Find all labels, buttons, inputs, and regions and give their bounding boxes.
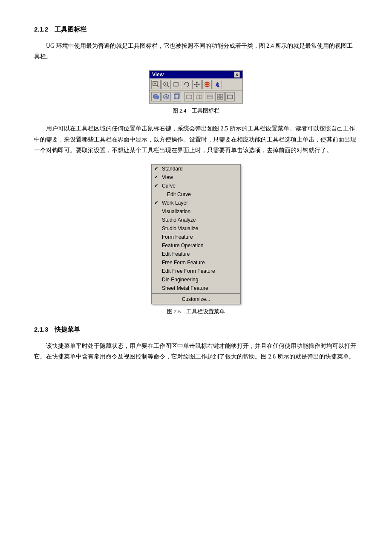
section-213-title: 2.1.3 快捷菜单 bbox=[34, 326, 358, 334]
svg-rect-37 bbox=[217, 97, 219, 99]
svg-point-15 bbox=[205, 82, 210, 87]
view-toolbar-widget: View × bbox=[149, 70, 243, 104]
menu-item-visualization[interactable]: Visualization bbox=[152, 207, 240, 216]
zoom-box-icon[interactable] bbox=[172, 80, 181, 89]
section-212-para2: 用户可以在工具栏区域的任何位置单击鼠标右键，系统会弹出如图 2.5 所示的工具栏… bbox=[34, 123, 358, 156]
menu-item-sheet-metal-feature[interactable]: Sheet Metal Feature bbox=[152, 284, 240, 292]
menu-item-customize[interactable]: Customize... bbox=[152, 295, 240, 304]
context-menu-widget: StandardViewCurveEdit CurveWork LayerVis… bbox=[151, 164, 241, 304]
figure-25: StandardViewCurveEdit CurveWork LayerVis… bbox=[34, 164, 358, 315]
3d-icon-1[interactable] bbox=[151, 92, 161, 101]
pan-icon[interactable] bbox=[192, 80, 202, 89]
view-top-icon[interactable] bbox=[205, 92, 214, 101]
figure-24: View × bbox=[34, 70, 358, 115]
svg-marker-17 bbox=[216, 82, 219, 87]
svg-rect-36 bbox=[220, 94, 222, 96]
section-212-title: 2.1.2 工具图标栏 bbox=[34, 26, 358, 34]
svg-rect-24 bbox=[174, 95, 179, 99]
orient-icon[interactable] bbox=[202, 80, 212, 89]
toolbar-row-1 bbox=[150, 78, 242, 91]
svg-rect-39 bbox=[228, 95, 233, 99]
svg-rect-8 bbox=[174, 83, 178, 86]
menu-item-feature-operation[interactable]: Feature Operation bbox=[152, 241, 240, 250]
menu-item-work-layer[interactable]: Work Layer bbox=[152, 199, 240, 207]
menu-separator bbox=[152, 293, 240, 294]
figure-24-caption: 图 2.4 工具图标栏 bbox=[173, 107, 220, 115]
section-212: 2.1.2 工具图标栏 UG 环境中使用最为普遍的就是工具图标栏，它也被按照不同… bbox=[34, 26, 358, 315]
menu-item-die-engineering[interactable]: Die Engineering bbox=[152, 275, 240, 284]
figure-25-caption: 图 2.5 工具栏设置菜单 bbox=[167, 308, 225, 315]
toolbar-close-button[interactable]: × bbox=[234, 72, 240, 78]
menu-item-edit-curve[interactable]: Edit Curve bbox=[152, 190, 240, 199]
svg-marker-14 bbox=[199, 84, 200, 85]
svg-rect-33 bbox=[207, 95, 212, 99]
menu-item-edit-feature[interactable]: Edit Feature bbox=[152, 250, 240, 258]
rotate-icon[interactable] bbox=[182, 80, 191, 89]
svg-marker-10 bbox=[184, 83, 186, 85]
menu-item-free-form-feature[interactable]: Free Form Feature bbox=[152, 258, 240, 267]
section-213-para1: 该快捷菜单平时处于隐藏状态，用户要在工作图区中单击鼠标右键才能够打开，并且在任何… bbox=[34, 341, 358, 362]
zoom-in-icon[interactable] bbox=[161, 80, 171, 89]
menu-item-curve[interactable]: Curve bbox=[152, 182, 240, 190]
view-full-icon[interactable] bbox=[225, 92, 235, 101]
3d-icon-2[interactable] bbox=[161, 92, 171, 101]
svg-marker-11 bbox=[196, 81, 198, 83]
menu-item-view[interactable]: View bbox=[152, 173, 240, 182]
menu-item-standard[interactable]: Standard bbox=[152, 165, 240, 173]
menu-item-form-feature[interactable]: Form Feature bbox=[152, 233, 240, 241]
svg-rect-38 bbox=[220, 97, 222, 99]
svg-marker-12 bbox=[196, 86, 198, 87]
view-side-icon[interactable] bbox=[195, 92, 204, 101]
svg-line-5 bbox=[167, 86, 169, 87]
menu-item-edit-free-form-feature[interactable]: Edit Free Form Feature bbox=[152, 267, 240, 275]
svg-rect-35 bbox=[217, 94, 219, 96]
toolbar-title-label: View bbox=[152, 72, 164, 78]
view-split-icon[interactable] bbox=[215, 92, 225, 101]
section-212-para1: UG 环境中使用最为普遍的就是工具图标栏，它也被按照不同的功能分成若干类，图 2… bbox=[34, 40, 358, 62]
svg-marker-13 bbox=[194, 84, 195, 85]
toolbar-title-bar: View × bbox=[150, 71, 242, 78]
menu-item-studio-visualize[interactable]: Studio Visualize bbox=[152, 224, 240, 233]
menu-item-studio-analyze[interactable]: Studio Analyze bbox=[152, 216, 240, 224]
svg-rect-30 bbox=[187, 95, 192, 99]
zoom-fit-icon[interactable] bbox=[151, 80, 161, 89]
section-213: 2.1.3 快捷菜单 该快捷菜单平时处于隐藏状态，用户要在工作图区中单击鼠标右键… bbox=[34, 326, 358, 362]
toolbar-row-2 bbox=[150, 91, 242, 103]
svg-line-1 bbox=[157, 85, 159, 87]
display-icon[interactable] bbox=[213, 80, 222, 89]
3d-icon-3[interactable] bbox=[172, 92, 181, 101]
view-front-icon[interactable] bbox=[184, 92, 194, 101]
